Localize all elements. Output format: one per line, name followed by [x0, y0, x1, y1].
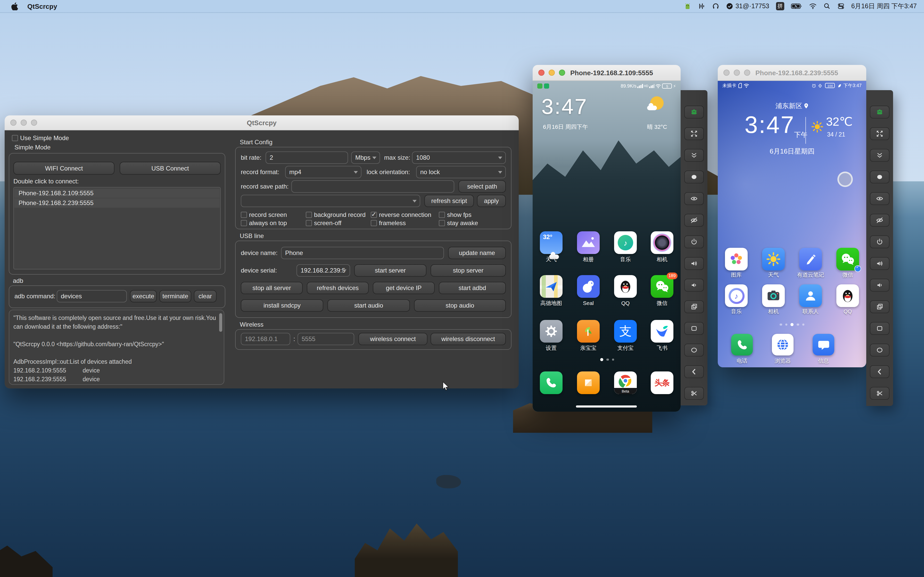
execute-button[interactable]: execute: [130, 290, 157, 302]
back-button[interactable]: [684, 365, 704, 378]
app-switch-button[interactable]: [684, 322, 704, 335]
app-icon-camera2[interactable]: [762, 284, 785, 307]
zoom-button[interactable]: [744, 69, 750, 76]
phone1-screen[interactable]: 89.9K/s HD 5 ⚡ 3:47 6月16日 周四下午 晴 32°C 32…: [533, 81, 681, 412]
home-button[interactable]: [870, 343, 890, 356]
stay-awake-checkbox[interactable]: stay awake: [439, 219, 478, 227]
record-screen-checkbox[interactable]: record screen: [241, 211, 287, 218]
select-path-button[interactable]: select path: [459, 181, 506, 193]
collapse-button[interactable]: [684, 149, 704, 162]
update-name-button[interactable]: update name: [448, 247, 506, 259]
app-icon-seal[interactable]: [577, 275, 600, 298]
hide-screen-button[interactable]: [684, 214, 704, 227]
close-button[interactable]: [538, 69, 544, 76]
home-button[interactable]: [684, 343, 704, 356]
stop-audio-button[interactable]: stop audio: [414, 299, 506, 312]
bit-rate-unit-combo[interactable]: Mbps: [351, 152, 380, 164]
app-icon-contacts[interactable]: [799, 284, 822, 307]
refresh-devices-button[interactable]: refresh devices: [307, 282, 369, 294]
home-indicator[interactable]: [576, 405, 637, 408]
stop-server-button[interactable]: stop server: [431, 264, 506, 277]
minimize-button[interactable]: [549, 69, 555, 76]
power-button[interactable]: [684, 235, 704, 248]
app-icon-music[interactable]: ♪: [614, 231, 637, 254]
app-icon-gallery-miui[interactable]: [577, 231, 600, 254]
copy-screen-button[interactable]: [684, 300, 704, 313]
refresh-script-button[interactable]: refresh script: [424, 195, 474, 207]
screenshot-button[interactable]: [684, 387, 704, 400]
adb-command-input[interactable]: [57, 290, 127, 302]
zoom-button[interactable]: [559, 69, 565, 76]
dock-icon-toutiao[interactable]: 头条: [651, 371, 674, 394]
fullscreen-button[interactable]: [870, 127, 890, 140]
touch-button[interactable]: [870, 171, 890, 184]
volume-down-button[interactable]: [870, 279, 890, 292]
wifi-connect-button[interactable]: WIFI Connect: [13, 162, 115, 175]
android-emulator-icon[interactable]: [684, 2, 692, 10]
device-list[interactable]: Phone-192.168.2.109:5555 Phone-192.168.2…: [13, 187, 221, 269]
dock-icon-phone2[interactable]: [731, 334, 753, 356]
app-switch-button[interactable]: [870, 322, 890, 335]
input-method-icon[interactable]: 拼: [776, 2, 784, 10]
reverse-connection-checkbox[interactable]: reverse connection: [371, 211, 431, 218]
minimize-button[interactable]: [734, 69, 740, 76]
activity-monitor-icon[interactable]: [698, 3, 706, 10]
wifi-icon[interactable]: [809, 3, 817, 9]
app-icon-music2[interactable]: ♪: [725, 284, 748, 307]
dock-icon-chrome-beta[interactable]: Beta: [614, 371, 637, 394]
wireless-disconnect-button[interactable]: wireless disconnect: [431, 333, 506, 345]
show-screen-button[interactable]: [684, 192, 704, 205]
volume-up-button[interactable]: [870, 257, 890, 270]
app-icon-qinbaobao[interactable]: [577, 320, 600, 343]
usb-connect-button[interactable]: USB Connect: [120, 162, 221, 175]
power-button[interactable]: [870, 235, 890, 248]
show-screen-button[interactable]: [870, 192, 890, 205]
device-list-item[interactable]: Phone-192.168.2.109:5555: [15, 189, 220, 198]
bit-rate-input[interactable]: [265, 152, 348, 164]
start-server-button[interactable]: start server: [354, 264, 426, 277]
install-sndcpy-button[interactable]: install sndcpy: [241, 299, 323, 312]
app-icon-camera[interactable]: [651, 231, 674, 254]
menubar-clock[interactable]: 6月16日 周四 下午3:47: [851, 2, 917, 11]
app-icon-feishu[interactable]: [651, 320, 674, 343]
qtscrcpy-titlebar[interactable]: QtScrcpy: [5, 115, 519, 131]
dock-icon-mi-gallery[interactable]: [577, 371, 600, 394]
app-icon-gallery[interactable]: [725, 248, 748, 271]
apply-button[interactable]: apply: [477, 195, 506, 207]
app-icon-alipay[interactable]: 支: [614, 320, 637, 343]
app-icon-qq[interactable]: [614, 275, 637, 298]
copy-screen-button[interactable]: [870, 300, 890, 313]
stop-all-server-button[interactable]: stop all server: [241, 282, 303, 294]
wireless-ip-input[interactable]: [241, 333, 290, 345]
adb-output-console[interactable]: "This software is completely open source…: [9, 309, 224, 385]
phone2-titlebar[interactable]: Phone-192.168.2.239:5555: [718, 65, 866, 81]
apple-menu-icon[interactable]: [11, 2, 18, 10]
record-format-combo[interactable]: mp4: [285, 166, 362, 178]
spotlight-search-icon[interactable]: [824, 3, 831, 10]
wireless-port-input[interactable]: [297, 333, 354, 345]
script-combo[interactable]: [241, 195, 420, 207]
volume-down-button[interactable]: [684, 279, 704, 292]
group-control-button[interactable]: [870, 106, 890, 118]
start-adbd-button[interactable]: start adbd: [439, 282, 506, 294]
app-icon-weather[interactable]: 32°: [540, 231, 562, 254]
hide-screen-button[interactable]: [870, 214, 890, 227]
headset-status-icon[interactable]: [712, 3, 720, 10]
device-name-input[interactable]: [281, 247, 444, 259]
screen-off-checkbox[interactable]: screen-off: [306, 219, 341, 227]
background-record-checkbox[interactable]: background record: [306, 211, 365, 218]
dock-icon-phone[interactable]: [540, 371, 562, 394]
group-control-button[interactable]: [684, 106, 704, 118]
battery-charging-icon[interactable]: [791, 3, 802, 9]
terminate-button[interactable]: terminate: [159, 290, 191, 302]
device-list-item[interactable]: Phone-192.168.2.239:5555: [15, 198, 220, 208]
app-icon-wechat2[interactable]: [836, 248, 859, 271]
app-icon-qq2[interactable]: [836, 284, 859, 307]
back-button[interactable]: [870, 365, 890, 378]
assistive-ball[interactable]: [837, 172, 853, 187]
im-status-icon[interactable]: 31@·17753: [726, 3, 769, 10]
screenshot-button[interactable]: [870, 387, 890, 400]
always-on-top-checkbox[interactable]: always on top: [241, 219, 287, 227]
max-size-combo[interactable]: 1080: [412, 152, 506, 164]
clear-button[interactable]: clear: [194, 290, 216, 302]
